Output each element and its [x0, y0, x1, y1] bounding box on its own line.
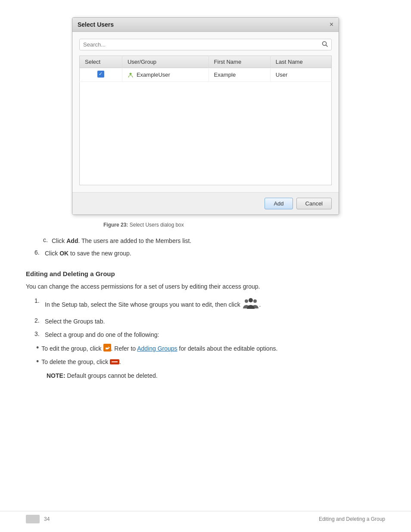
section-heading: Editing and Deleting a Group	[26, 270, 385, 277]
col-last-name: Last Name	[270, 56, 331, 68]
users-table: Select User/Group First Name Last Name	[79, 56, 332, 82]
note-label: NOTE:	[47, 372, 65, 379]
steps-list: c. Click Add. The users are added to the…	[26, 236, 385, 246]
dialog-titlebar: Select Users ×	[72, 18, 339, 32]
step-c-marker: c.	[43, 236, 52, 243]
dialog-body: Select User/Group First Name Last Name	[72, 32, 339, 192]
svg-point-4	[253, 299, 257, 303]
step-c-text: Click Add. The users are added to the Me…	[52, 236, 191, 246]
section-intro: You can change the access permissions fo…	[26, 282, 385, 291]
search-button[interactable]	[322, 41, 328, 48]
main-steps-list: 6. Click OK to save the new group.	[26, 249, 385, 258]
note-text: Default groups cannot be deleted.	[67, 372, 157, 379]
svg-line-1	[326, 45, 328, 47]
sub-bullet-edit: • To edit the group, click . Refer to Ad…	[36, 344, 385, 354]
svg-point-2	[129, 73, 131, 75]
user-name: ExampleUser	[137, 72, 170, 78]
dialog-title: Select Users	[78, 21, 114, 28]
numbered-step-2: 2. Select the Groups tab.	[34, 317, 385, 326]
table-row: ExampleUser Example User	[80, 68, 332, 82]
col-first-name: First Name	[209, 56, 270, 68]
step-6: 6. Click OK to save the new group.	[34, 249, 385, 258]
page-footer: 34 Editing and Deleting a Group	[0, 511, 411, 523]
page-num-area: 34	[26, 515, 50, 523]
edit-icon	[103, 344, 111, 354]
numbered-steps: 1. In the Setup tab, select the Site who…	[26, 297, 385, 339]
step-c: c. Click Add. The users are added to the…	[43, 236, 385, 246]
cancel-button[interactable]: Cancel	[296, 198, 332, 209]
table-header-row: Select User/Group First Name Last Name	[80, 56, 332, 68]
table-cell-user-group: ExampleUser	[122, 68, 209, 82]
search-input[interactable]	[83, 41, 322, 48]
search-row	[79, 39, 332, 50]
editing-section: Editing and Deleting a Group You can cha…	[26, 270, 385, 380]
adding-groups-link[interactable]: Adding Groups	[137, 345, 177, 352]
table-cell-select[interactable]	[80, 68, 122, 82]
col-select: Select	[80, 56, 122, 68]
table-cell-last-name: User	[270, 68, 331, 82]
ok-bold: OK	[59, 250, 68, 257]
page-thumbnail	[26, 515, 40, 523]
sub-bullets: • To edit the group, click . Refer to Ad…	[26, 344, 385, 367]
footer-section-label: Editing and Deleting a Group	[319, 516, 385, 522]
add-bold: Add	[66, 237, 78, 244]
figure-text: Select Users dialog box	[130, 222, 184, 228]
sub-bullet-delete: • To delete the group, click .	[36, 358, 385, 367]
table-cell-first-name: Example	[209, 68, 270, 82]
step-1-text: In the Setup tab, select the Site whose …	[45, 297, 261, 313]
bullet-dot: •	[36, 344, 39, 352]
figure-caption: Figure 23: Select Users dialog box	[26, 222, 385, 228]
step-3-text: Select a group and do one of the followi…	[45, 330, 159, 339]
svg-point-3	[245, 299, 248, 303]
dialog-close-button[interactable]: ×	[330, 21, 333, 28]
groups-icon	[242, 297, 259, 313]
bullet-dot-2: •	[36, 358, 39, 365]
step-6-text: Click OK to save the new group.	[45, 249, 131, 258]
sub-bullet-edit-text: To edit the group, click . Refer to Addi…	[41, 344, 277, 354]
step-1-marker: 1.	[34, 297, 43, 304]
select-users-dialog: Select Users ×	[72, 17, 339, 215]
step-2-text: Select the Groups tab.	[45, 317, 105, 326]
page-number: 34	[44, 516, 50, 522]
table-empty-area	[79, 82, 332, 185]
dialog-footer: Add Cancel	[72, 192, 339, 215]
add-button[interactable]: Add	[265, 198, 293, 209]
checkbox-checked[interactable]	[97, 71, 104, 78]
numbered-step-3: 3. Select a group and do one of the foll…	[34, 330, 385, 339]
col-user-group: User/Group	[122, 56, 209, 68]
dialog-wrapper: Select Users ×	[26, 17, 385, 215]
numbered-step-1: 1. In the Setup tab, select the Site who…	[34, 297, 385, 313]
note-block: NOTE: Default groups cannot be deleted.	[26, 371, 385, 380]
sub-bullet-delete-text: To delete the group, click .	[41, 358, 121, 367]
delete-icon	[110, 358, 119, 367]
step-6-marker: 6.	[34, 249, 43, 256]
figure-label: Figure 23:	[103, 222, 128, 228]
user-icon	[128, 72, 134, 78]
step-3-marker: 3.	[34, 330, 43, 337]
svg-rect-9	[112, 361, 118, 362]
svg-point-5	[249, 298, 253, 302]
step-2-marker: 2.	[34, 317, 43, 324]
